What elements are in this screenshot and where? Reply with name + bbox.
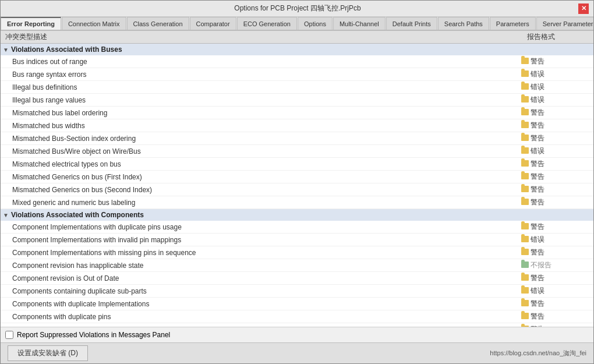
status-text: 警告 <box>531 248 544 257</box>
status-folder-icon <box>521 70 529 79</box>
group-header[interactable]: ▼Violations Associated with Components <box>1 209 593 221</box>
status-folder-icon <box>521 287 529 295</box>
item-name: Component revision has inapplicable stat… <box>12 261 521 270</box>
list-item[interactable]: Component Implementations with duplicate… <box>1 221 593 234</box>
item-status: 警告 <box>521 222 591 232</box>
item-status: 错误 <box>521 82 591 92</box>
checkbox-area: Report Suppressed Violations in Messages… <box>1 327 593 342</box>
status-folder-icon <box>521 160 529 168</box>
status-folder-icon <box>521 186 529 194</box>
status-folder-icon <box>521 199 529 207</box>
suppress-violations-checkbox[interactable] <box>5 331 13 339</box>
item-status: 警告 <box>521 248 591 257</box>
suppress-violations-label: Report Suppressed Violations in Messages… <box>17 331 170 339</box>
list-item[interactable]: Illegal bus definitions 错误 <box>1 81 593 94</box>
content-area: 冲突类型描述 报告格式 ▼Violations Associated with … <box>1 31 593 342</box>
tab-options[interactable]: Options <box>298 17 333 30</box>
status-text: 警告 <box>531 121 544 130</box>
tab-search-paths[interactable]: Search Paths <box>438 17 489 30</box>
tabs-bar: Error ReportingConnection MatrixClass Ge… <box>1 17 593 31</box>
list-item[interactable]: Mismatched bus widths 警告 <box>1 119 593 132</box>
item-status: 警告 <box>521 197 591 207</box>
group-toggle-icon: ▼ <box>3 47 9 53</box>
status-text: 不报告 <box>531 260 551 270</box>
tab-comparator[interactable]: Comparator <box>190 17 236 30</box>
list-item[interactable]: Bus indices out of range 警告 <box>1 55 593 68</box>
list-item[interactable]: Illegal bus range values 错误 <box>1 94 593 107</box>
tab-parameters[interactable]: Parameters <box>490 17 536 30</box>
item-status: 警告 <box>521 108 591 118</box>
status-folder-icon <box>521 300 529 308</box>
status-folder-icon <box>521 313 529 321</box>
status-text: 错误 <box>531 146 544 156</box>
item-status: 警告 <box>521 299 591 309</box>
list-item[interactable]: Mismatched electrical types on bus 警告 <box>1 158 593 171</box>
list-item[interactable]: Mismatched Generics on bus (Second Index… <box>1 183 593 196</box>
list-item[interactable]: Mismatched Generics on bus (First Index)… <box>1 171 593 183</box>
list-item[interactable]: Component Implementations with missing p… <box>1 246 593 259</box>
group-header[interactable]: ▼Violations Associated with Buses <box>1 44 593 55</box>
status-text: 警告 <box>531 273 544 283</box>
item-name: Components with duplicate Implementation… <box>12 300 521 308</box>
title-bar: Options for PCB Project 四轴飞控.PrjPcb ✕ <box>1 1 593 17</box>
list-item[interactable]: Component revision has inapplicable stat… <box>1 259 593 272</box>
status-folder-icon <box>521 261 529 270</box>
list-item[interactable]: Component Implementations with invalid p… <box>1 234 593 246</box>
item-name: Mismatched Generics on bus (Second Index… <box>12 186 521 194</box>
item-name: Illegal bus definitions <box>12 83 521 91</box>
item-status: 错误 <box>521 235 591 245</box>
list-item[interactable]: Bus range syntax errors 错误 <box>1 68 593 81</box>
item-name: Mismatched electrical types on bus <box>12 160 521 168</box>
status-folder-icon <box>521 173 529 181</box>
window-title: Options for PCB Project 四轴飞控.PrjPcb <box>17 3 578 13</box>
item-name: Mismatched bus widths <box>12 122 521 130</box>
tab-class-generation[interactable]: Class Generation <box>127 17 189 30</box>
item-status: 警告 <box>521 172 591 182</box>
item-name: Component Implementations with missing p… <box>12 249 521 257</box>
item-name: Components containing duplicate sub-part… <box>12 287 521 295</box>
main-window: Options for PCB Project 四轴飞控.PrjPcb ✕ Er… <box>0 0 594 364</box>
list-item[interactable]: Component revision is Out of Date 警告 <box>1 272 593 285</box>
item-name: Mismatched Bus/Wire object on Wire/Bus <box>12 147 521 156</box>
col-header-description: 冲突类型描述 <box>3 32 521 42</box>
status-text: 错误 <box>531 82 544 92</box>
item-status: 不报告 <box>521 260 591 270</box>
item-status: 警告 <box>521 159 591 169</box>
item-name: Mismatched Generics on bus (First Index) <box>12 173 521 181</box>
tab-error-reporting[interactable]: Error Reporting <box>1 17 61 30</box>
item-status: 错误 <box>521 69 591 79</box>
violations-list[interactable]: ▼Violations Associated with BusesBus ind… <box>1 44 593 327</box>
list-item[interactable]: Mismatched Bus-Section index ordering 警告 <box>1 132 593 145</box>
status-text: 警告 <box>531 299 544 309</box>
tab-multi-channel[interactable]: Multi-Channel <box>333 17 386 30</box>
list-item[interactable]: Mismatched bus label ordering 警告 <box>1 107 593 119</box>
item-status: 警告 <box>521 121 591 130</box>
tab-server-parameters[interactable]: Server Parameters <box>536 17 593 30</box>
status-folder-icon <box>521 96 529 104</box>
status-folder-icon <box>521 58 529 66</box>
list-item[interactable]: Components containing duplicate sub-part… <box>1 285 593 298</box>
item-name: Bus range syntax errors <box>12 70 521 79</box>
status-folder-icon <box>521 236 529 244</box>
status-text: 警告 <box>531 172 544 182</box>
status-text: 警告 <box>531 222 544 232</box>
group-name: Violations Associated with Components <box>11 211 144 219</box>
column-headers: 冲突类型描述 报告格式 <box>1 31 593 44</box>
status-folder-icon <box>521 274 529 282</box>
status-folder-icon <box>521 109 529 117</box>
list-item[interactable]: Components with duplicate Implementation… <box>1 298 593 310</box>
item-status: 错误 <box>521 286 591 296</box>
item-name: Components with duplicate pins <box>12 313 521 321</box>
tab-eco-generation[interactable]: ECO Generation <box>237 17 297 30</box>
tab-default-prints[interactable]: Default Prints <box>386 17 437 30</box>
item-status: 警告 <box>521 56 591 66</box>
tab-connection-matrix[interactable]: Connection Matrix <box>62 17 126 30</box>
list-item[interactable]: Components with duplicate pins 警告 <box>1 310 593 323</box>
list-item[interactable]: Mismatched Bus/Wire object on Wire/Bus 错… <box>1 145 593 158</box>
list-item[interactable]: Mixed generic and numeric bus labeling 警… <box>1 196 593 209</box>
item-name: Mismatched bus label ordering <box>12 109 521 117</box>
status-folder-icon <box>521 83 529 91</box>
setup-default-button[interactable]: 设置成安装缺省 (D) <box>8 345 88 361</box>
close-button[interactable]: ✕ <box>578 3 589 14</box>
status-folder-icon <box>521 147 529 156</box>
